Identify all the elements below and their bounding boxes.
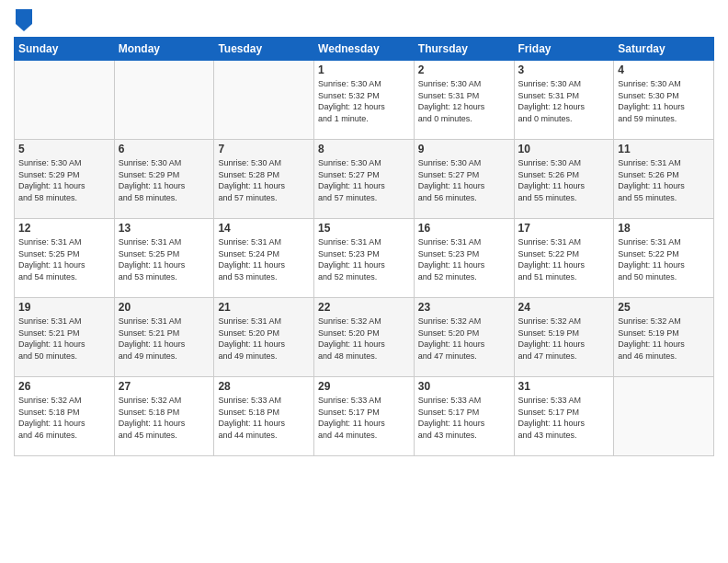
calendar-cell-11: 11Sunrise: 5:31 AM Sunset: 5:26 PM Dayli… [614,140,714,219]
calendar-cell-2: 2Sunrise: 5:30 AM Sunset: 5:31 PM Daylig… [414,61,514,140]
cell-content: Sunrise: 5:31 AM Sunset: 5:25 PM Dayligh… [18,236,110,282]
cell-content: Sunrise: 5:30 AM Sunset: 5:27 PM Dayligh… [318,157,410,203]
cell-content: Sunrise: 5:33 AM Sunset: 5:17 PM Dayligh… [518,395,610,441]
calendar-cell-empty [15,61,115,140]
weekday-friday: Friday [514,38,614,61]
calendar-cell-3: 3Sunrise: 5:30 AM Sunset: 5:31 PM Daylig… [514,61,614,140]
calendar-cell-empty [214,61,314,140]
calendar-cell-16: 16Sunrise: 5:31 AM Sunset: 5:23 PM Dayli… [414,219,514,298]
day-number: 25 [618,301,710,314]
day-number: 29 [318,380,410,393]
calendar-cell-18: 18Sunrise: 5:31 AM Sunset: 5:22 PM Dayli… [614,219,714,298]
cell-content: Sunrise: 5:31 AM Sunset: 5:21 PM Dayligh… [119,316,210,362]
cell-content: Sunrise: 5:31 AM Sunset: 5:26 PM Dayligh… [618,157,710,203]
cell-content: Sunrise: 5:31 AM Sunset: 5:20 PM Dayligh… [218,316,310,362]
day-number: 5 [18,143,110,155]
cell-content: Sunrise: 5:30 AM Sunset: 5:30 PM Dayligh… [618,78,710,124]
day-number: 16 [418,222,510,235]
day-number: 7 [218,143,310,155]
calendar-cell-27: 27Sunrise: 5:32 AM Sunset: 5:18 PM Dayli… [114,377,214,456]
weekday-saturday: Saturday [614,38,714,61]
logo [14,9,32,31]
day-number: 24 [518,301,610,314]
calendar-cell-17: 17Sunrise: 5:31 AM Sunset: 5:22 PM Dayli… [514,219,614,298]
cell-content: Sunrise: 5:31 AM Sunset: 5:22 PM Dayligh… [518,236,610,282]
calendar-cell-8: 8Sunrise: 5:30 AM Sunset: 5:27 PM Daylig… [314,140,415,219]
day-number: 13 [119,222,210,235]
cell-content: Sunrise: 5:30 AM Sunset: 5:29 PM Dayligh… [119,157,210,203]
day-number: 23 [418,301,510,314]
cell-content: Sunrise: 5:30 AM Sunset: 5:32 PM Dayligh… [318,78,410,124]
calendar-cell-14: 14Sunrise: 5:31 AM Sunset: 5:24 PM Dayli… [214,219,314,298]
calendar-cell-26: 26Sunrise: 5:32 AM Sunset: 5:18 PM Dayli… [15,377,115,456]
weekday-sunday: Sunday [15,38,115,61]
cell-content: Sunrise: 5:30 AM Sunset: 5:31 PM Dayligh… [518,78,610,124]
weekday-tuesday: Tuesday [214,38,314,61]
day-number: 15 [318,222,410,235]
cell-content: Sunrise: 5:32 AM Sunset: 5:18 PM Dayligh… [119,395,210,441]
cell-content: Sunrise: 5:30 AM Sunset: 5:26 PM Dayligh… [518,157,610,203]
calendar-cell-23: 23Sunrise: 5:32 AM Sunset: 5:20 PM Dayli… [414,298,514,377]
cell-content: Sunrise: 5:32 AM Sunset: 5:18 PM Dayligh… [18,395,110,441]
calendar-cell-24: 24Sunrise: 5:32 AM Sunset: 5:19 PM Dayli… [514,298,614,377]
cell-content: Sunrise: 5:33 AM Sunset: 5:17 PM Dayligh… [318,395,410,441]
calendar-cell-21: 21Sunrise: 5:31 AM Sunset: 5:20 PM Dayli… [214,298,314,377]
calendar-cell-15: 15Sunrise: 5:31 AM Sunset: 5:23 PM Dayli… [314,219,415,298]
cell-content: Sunrise: 5:31 AM Sunset: 5:23 PM Dayligh… [418,236,510,282]
calendar-cell-5: 5Sunrise: 5:30 AM Sunset: 5:29 PM Daylig… [15,140,115,219]
cell-content: Sunrise: 5:31 AM Sunset: 5:24 PM Dayligh… [218,236,310,282]
cell-content: Sunrise: 5:32 AM Sunset: 5:19 PM Dayligh… [518,316,610,362]
day-number: 10 [518,143,610,155]
cell-content: Sunrise: 5:31 AM Sunset: 5:23 PM Dayligh… [318,236,410,282]
calendar-cell-10: 10Sunrise: 5:30 AM Sunset: 5:26 PM Dayli… [514,140,614,219]
calendar-table: SundayMondayTuesdayWednesdayThursdayFrid… [14,37,714,456]
day-number: 1 [318,63,410,76]
weekday-monday: Monday [114,38,214,61]
calendar-cell-9: 9Sunrise: 5:30 AM Sunset: 5:27 PM Daylig… [414,140,514,219]
cell-content: Sunrise: 5:31 AM Sunset: 5:21 PM Dayligh… [18,316,110,362]
cell-content: Sunrise: 5:33 AM Sunset: 5:17 PM Dayligh… [418,395,510,441]
day-number: 18 [618,222,710,235]
day-number: 4 [618,63,710,76]
cell-content: Sunrise: 5:32 AM Sunset: 5:20 PM Dayligh… [318,316,410,362]
calendar-cell-empty [614,377,714,456]
svg-marker-0 [16,9,32,31]
day-number: 3 [518,63,610,76]
calendar-cell-22: 22Sunrise: 5:32 AM Sunset: 5:20 PM Dayli… [314,298,415,377]
day-number: 8 [318,143,410,155]
day-number: 9 [418,143,510,155]
day-number: 26 [18,380,110,393]
cell-content: Sunrise: 5:30 AM Sunset: 5:29 PM Dayligh… [18,157,110,203]
day-number: 2 [418,63,510,76]
calendar-cell-13: 13Sunrise: 5:31 AM Sunset: 5:25 PM Dayli… [114,219,214,298]
day-number: 12 [18,222,110,235]
calendar-cell-empty [114,61,214,140]
calendar-row-3: 19Sunrise: 5:31 AM Sunset: 5:21 PM Dayli… [15,298,714,377]
weekday-wednesday: Wednesday [314,38,415,61]
day-number: 31 [518,380,610,393]
page-header [14,9,714,31]
calendar-cell-4: 4Sunrise: 5:30 AM Sunset: 5:30 PM Daylig… [614,61,714,140]
cell-content: Sunrise: 5:32 AM Sunset: 5:19 PM Dayligh… [618,316,710,362]
cell-content: Sunrise: 5:31 AM Sunset: 5:25 PM Dayligh… [119,236,210,282]
calendar-cell-6: 6Sunrise: 5:30 AM Sunset: 5:29 PM Daylig… [114,140,214,219]
calendar-row-1: 5Sunrise: 5:30 AM Sunset: 5:29 PM Daylig… [15,140,714,219]
day-number: 21 [218,301,310,314]
weekday-header-row: SundayMondayTuesdayWednesdayThursdayFrid… [15,38,714,61]
weekday-thursday: Thursday [414,38,514,61]
day-number: 17 [518,222,610,235]
calendar-cell-31: 31Sunrise: 5:33 AM Sunset: 5:17 PM Dayli… [514,377,614,456]
calendar-cell-12: 12Sunrise: 5:31 AM Sunset: 5:25 PM Dayli… [15,219,115,298]
cell-content: Sunrise: 5:32 AM Sunset: 5:20 PM Dayligh… [418,316,510,362]
calendar-cell-28: 28Sunrise: 5:33 AM Sunset: 5:18 PM Dayli… [214,377,314,456]
calendar-row-0: 1Sunrise: 5:30 AM Sunset: 5:32 PM Daylig… [15,61,714,140]
calendar-cell-1: 1Sunrise: 5:30 AM Sunset: 5:32 PM Daylig… [314,61,415,140]
day-number: 6 [119,143,210,155]
cell-content: Sunrise: 5:30 AM Sunset: 5:27 PM Dayligh… [418,157,510,203]
calendar-cell-7: 7Sunrise: 5:30 AM Sunset: 5:28 PM Daylig… [214,140,314,219]
day-number: 19 [18,301,110,314]
calendar-cell-29: 29Sunrise: 5:33 AM Sunset: 5:17 PM Dayli… [314,377,415,456]
day-number: 27 [119,380,210,393]
calendar-cell-20: 20Sunrise: 5:31 AM Sunset: 5:21 PM Dayli… [114,298,214,377]
day-number: 11 [618,143,710,155]
